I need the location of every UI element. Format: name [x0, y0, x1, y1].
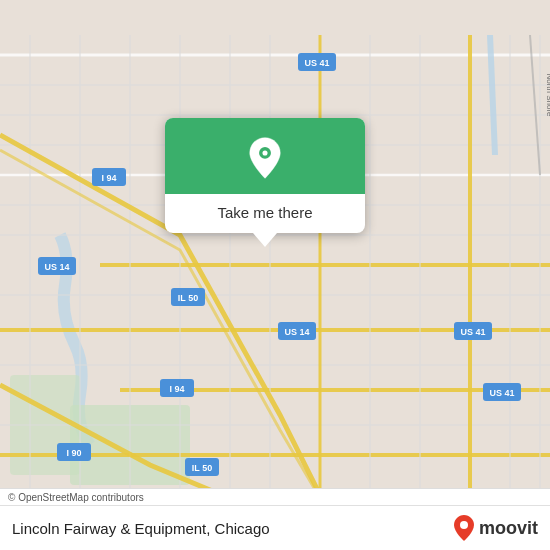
- popup-green-area: [165, 118, 365, 194]
- svg-point-55: [460, 521, 468, 529]
- bottom-bar: © OpenStreetMap contributors Lincoln Fai…: [0, 488, 550, 550]
- popup-tail: [253, 233, 277, 247]
- svg-text:I 94: I 94: [101, 173, 116, 183]
- map-background: US 41 I 94 US 14 IL 50 US 14 US 41 US 41…: [0, 0, 550, 550]
- osm-attribution: © OpenStreetMap contributors: [0, 488, 550, 505]
- location-pin-icon: [243, 136, 287, 180]
- svg-text:US 14: US 14: [44, 262, 69, 272]
- svg-text:US 14: US 14: [284, 327, 309, 337]
- svg-text:US 41: US 41: [460, 327, 485, 337]
- popup-card[interactable]: Take me there: [165, 118, 365, 233]
- bottom-info-bar: Lincoln Fairway & Equipment, Chicago moo…: [0, 505, 550, 550]
- place-name: Lincoln Fairway & Equipment, Chicago: [12, 520, 270, 537]
- take-me-there-button[interactable]: Take me there: [201, 194, 328, 233]
- svg-text:I 90: I 90: [66, 448, 81, 458]
- svg-text:US 41: US 41: [489, 388, 514, 398]
- svg-text:US 41: US 41: [304, 58, 329, 68]
- moovit-pin-icon: [453, 514, 475, 542]
- map-container: US 41 I 94 US 14 IL 50 US 14 US 41 US 41…: [0, 0, 550, 550]
- moovit-text: moovit: [479, 518, 538, 539]
- moovit-logo: moovit: [453, 514, 538, 542]
- svg-text:IL 50: IL 50: [178, 293, 198, 303]
- svg-point-54: [262, 150, 267, 155]
- svg-text:IL 50: IL 50: [192, 463, 212, 473]
- svg-text:I 94: I 94: [169, 384, 184, 394]
- svg-text:North Shore: North Shore: [545, 73, 550, 117]
